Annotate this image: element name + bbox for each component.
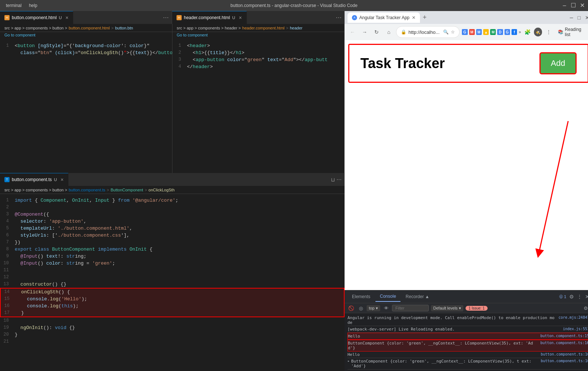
line-content: @Component({ [15,211,342,218]
tab-button-ts[interactable]: T button.component.ts U × [0,173,68,186]
line-number: 9 [0,253,15,260]
filter-icon[interactable]: ◎ [357,304,364,312]
code-area-ts[interactable]: 1 import { Component, OnInit, Input } fr… [0,194,345,371]
gmail2-icon[interactable]: M [476,29,482,35]
breadcrumb-file-left: button.component.html [69,26,110,30]
tab-more-right[interactable]: ⋯ [333,11,345,24]
filter-input[interactable] [392,305,429,311]
minimize-btn[interactable]: – [570,14,573,21]
tab-button-component-html[interactable]: H button.component.html U × [0,11,73,24]
new-tab-button[interactable]: + [423,14,427,21]
browser-close-btn[interactable]: ✕ [585,15,588,21]
code-line: 4 </header> [172,63,345,70]
devtools-more-icon[interactable]: ⋮ [577,294,582,300]
tab-close-right[interactable]: × [239,15,242,21]
line-content: console.log('Hello'); [15,296,341,303]
minimize-button[interactable]: – [562,3,567,8]
tab-close-button[interactable]: × [65,15,68,21]
extensions-icon[interactable]: 🧩 [523,27,532,37]
line-number: 20 [0,331,15,338]
eye-icon[interactable]: 👁 [382,304,390,312]
split-icon[interactable]: ⊔ [331,177,335,183]
browser-tab-title: Angular Task Tracker App [359,15,410,20]
console-source[interactable]: button.component.ts:16 [541,352,588,356]
code-line: 14 onClickLogSth() { [1,289,344,296]
fb-icon[interactable]: f [512,29,517,35]
clear-console-icon[interactable]: 🚫 [348,304,355,312]
console-message: Hello [348,334,538,339]
reading-list-button[interactable]: 📚 Reading list [555,25,588,39]
drive-icon[interactable]: ▲ [483,29,489,35]
top-dropdown[interactable]: top ▾ [367,305,380,311]
console-source[interactable]: button.component.ts:16 [541,341,588,345]
tab-ts-more[interactable]: ⊔ ⋯ [328,173,345,186]
reload-button[interactable]: ↻ [372,27,382,37]
add-button[interactable]: Add [539,52,577,74]
devtools-tabs: Elements Console Recorder ▲ 🛈 1 ⚙ ⋮ ✕ [345,290,588,303]
tab-ts-close[interactable]: × [61,177,64,183]
browser-toolbar: G M M ▲ M D G f » 🧩 🕵 ⋮ 📚 Reading list [462,25,588,39]
bottom-tab-bar: T button.component.ts U × ⊔ ⋯ [0,173,345,186]
devtools: Elements Console Recorder ▲ 🛈 1 ⚙ ⋮ ✕ [345,290,588,371]
svg-line-2 [539,121,568,254]
line-number: 5 [0,225,15,232]
more-icon[interactable]: ⋯ [336,177,342,183]
devtools-dock-icon[interactable]: ✕ [585,294,588,300]
default-levels-dropdown[interactable]: Default levels ▾ [431,305,463,311]
menu-terminal[interactable]: terminal [4,2,24,9]
levels-label: Default levels [433,306,457,310]
html-icon: H [4,15,10,20]
console-entry: [webpack-dev-server] Live Reloading enab… [348,326,588,333]
go-to-component-left[interactable]: Go to component [0,32,172,39]
devtools-tab-recorder[interactable]: Recorder ▲ [401,292,434,301]
browser-tab[interactable]: A Angular Task Tracker App ✕ [348,13,420,23]
code-area-right[interactable]: 1 <header> 2 <h1>{{title}}</h1> 3 <app-b… [172,39,345,173]
meet-icon[interactable]: M [490,29,496,35]
google-icon[interactable]: G [462,29,467,35]
address-bar[interactable]: 🔒 http://localho... 🔍 ☆ [396,26,460,38]
browser-navbar: ← → ↻ ⌂ 🔒 http://localho... 🔍 ☆ G M M ▲ … [345,24,588,40]
tab-more-button[interactable]: ⋯ [160,11,172,24]
browser-tab-close[interactable]: ✕ [412,15,416,20]
go-to-component-right[interactable]: Go to component [172,32,345,39]
devtools-console[interactable]: Angular is running in development mode. … [345,313,588,371]
console-source[interactable]: core.mjs:24847 [559,315,588,319]
browser-page: Task Tracker Add Elements Console Record… [345,40,588,371]
bookmark-icon[interactable]: ☆ [451,29,455,35]
home-button[interactable]: ⌂ [384,27,394,37]
tab-header-component-html[interactable]: H header.component.html U × [172,11,247,24]
docs-icon[interactable]: D [497,29,503,35]
tab-modified-dot-right: U [232,15,235,20]
tab-recorder-label: Recorder ▲ [406,294,430,299]
line-content [15,317,342,324]
restore-btn[interactable]: □ [577,15,580,21]
gmail-icon[interactable]: M [469,29,475,35]
menu-icon[interactable]: ⋮ [544,27,553,37]
code-area-left[interactable]: 1 <button [ngStyle]="{'background-color'… [0,39,172,173]
console-source[interactable]: button.component.ts:15 [541,334,588,338]
line-content: ngOnInit(): void {} [15,324,342,331]
angular-favicon: A [352,15,357,20]
incognito-icon: 🕵 [534,28,542,36]
code-line: 10 @Input() color: string = 'green'; [0,260,345,267]
gear-icon[interactable]: ⚙ [582,304,588,312]
breadcrumb-selector-left: button.btn [115,26,133,30]
console-message: ButtonComponent {color: 'green', __ngCon… [351,359,538,368]
window-title: button.component.ts - angular-crash-cour… [231,3,357,8]
devtools-tab-elements[interactable]: Elements [348,292,375,301]
breadcrumb-file-right: header.component.html [242,26,285,30]
extensions-more[interactable]: » [518,29,521,35]
console-source[interactable]: button.component.ts:16 [541,359,588,363]
breadcrumb-text-left: src > app > components > button > [4,26,67,30]
expand-triangle-icon[interactable]: ▸ [348,359,350,363]
devtools-settings-icon[interactable]: ⚙ [569,294,574,300]
maximize-button[interactable]: ☐ [571,3,575,8]
menu-help[interactable]: help [27,2,40,9]
google2-icon[interactable]: G [505,29,510,35]
back-button[interactable]: ← [348,27,357,37]
forward-button[interactable]: → [360,27,370,37]
devtools-tab-console[interactable]: Console [375,292,400,302]
console-source[interactable]: index.js:551 [563,327,588,331]
tab-ts-modified: U [54,177,57,182]
close-button[interactable]: ✕ [580,3,584,8]
